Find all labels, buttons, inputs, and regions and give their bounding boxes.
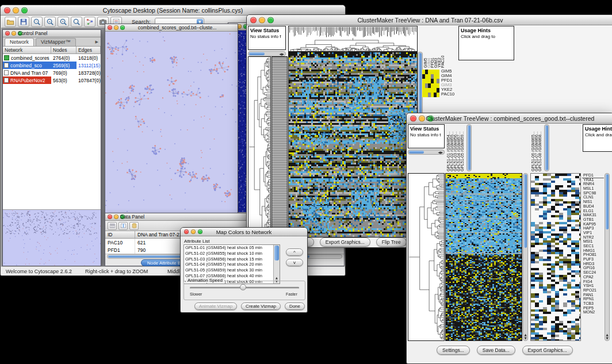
scroll-arrows[interactable]: ▲▼ — [605, 333, 609, 340]
attribute-item[interactable]: GPL51-04 (GSM857) heat shock 20 min — [184, 262, 273, 267]
gene-label[interactable]: PAN1 — [582, 293, 604, 297]
tab-overflow-icon[interactable]: ▶ — [95, 40, 98, 46]
done-button[interactable]: Done — [285, 302, 305, 310]
gene-label[interactable]: SEC24 — [582, 270, 604, 275]
treeview-titlebar[interactable]: ClusterMaker TreeView : DNA and Tran 07-… — [247, 15, 612, 25]
move-up-button[interactable]: ^ — [286, 248, 303, 256]
close-icon[interactable] — [108, 214, 112, 219]
network-list-row[interactable]: combined_sco2569(6)13112(15) — [3, 62, 101, 69]
gene-dendrogram-panel[interactable] — [408, 173, 445, 341]
zoom-in-icon[interactable]: + — [44, 17, 56, 27]
network-view-icon[interactable] — [84, 17, 95, 27]
scrollbar-thumb[interactable] — [409, 151, 424, 154]
network-view-titlebar[interactable]: combined_scores_good.txt--cluste... — [105, 24, 238, 32]
zoom-selected-icon[interactable]: ▪ — [58, 17, 69, 27]
minimize-icon[interactable] — [114, 214, 118, 219]
attribute-item[interactable]: GPL51-03 (GSM856) heat shock 15 min — [184, 256, 273, 262]
database-icon[interactable] — [129, 222, 139, 230]
gene-label[interactable]: HAP3 — [582, 226, 604, 231]
gene-label[interactable]: YRA1 — [582, 178, 604, 182]
select-columns-icon[interactable] — [118, 222, 128, 230]
gene-label[interactable]: PEP5 — [582, 306, 604, 311]
scrollbar-thumb[interactable] — [249, 52, 265, 55]
network-list-row[interactable]: DNA and Tran 07769(0)183728(0) — [3, 69, 101, 76]
save-icon[interactable] — [18, 17, 29, 27]
gene-label[interactable]: SEC1 — [582, 244, 604, 248]
export-graphics-button[interactable]: Export Graphics... — [522, 346, 573, 355]
tree-hscrollbar[interactable]: ◀▶ — [248, 51, 286, 56]
network-graph-canvas[interactable] — [105, 32, 238, 214]
gene-label[interactable]: CLN1 — [582, 195, 604, 200]
settings-button[interactable]: Settings... — [437, 346, 470, 355]
column-header-id[interactable]: ID — [105, 231, 135, 238]
close-icon[interactable] — [4, 7, 10, 13]
scrollbar-thumb[interactable] — [274, 246, 279, 260]
attribute-item[interactable]: GPL51-01 (GSM854) heat shock 05 min — [184, 245, 273, 251]
scrollbar-thumb[interactable] — [419, 53, 422, 116]
correlation-matrix[interactable] — [422, 70, 439, 97]
label-vscrollbar[interactable] — [466, 124, 472, 171]
scrollbar-thumb[interactable] — [606, 174, 609, 229]
gene-label[interactable]: HRD3 — [582, 262, 604, 266]
scroll-arrows[interactable]: ▲▼ — [523, 333, 527, 340]
zoom-fit-icon[interactable] — [71, 17, 82, 27]
label-vscrollbar[interactable] — [544, 124, 549, 171]
move-down-button[interactable]: v — [286, 259, 303, 266]
zoom-out-icon[interactable]: − — [31, 17, 43, 27]
network-overview-panel[interactable] — [3, 209, 101, 266]
scroll-arrows[interactable]: ◀▶ — [438, 150, 443, 154]
scrollbar-thumb[interactable] — [468, 125, 471, 170]
network-list-row[interactable]: combined_scores2764(0)16218(0) — [3, 54, 101, 62]
gene-label[interactable]: MSL1 — [582, 186, 604, 191]
gene-label[interactable]: MSI1 — [582, 239, 604, 244]
gene-label[interactable]: NIS1 — [582, 200, 604, 204]
tree-hscrollbar[interactable]: ◀▶ — [408, 150, 445, 155]
gene-label[interactable]: GTB1 — [582, 217, 604, 222]
column-dendrogram-panel[interactable] — [288, 26, 418, 52]
gene-label[interactable]: RPN1 — [582, 297, 604, 301]
heatmap-panel[interactable] — [445, 173, 522, 341]
network-list-row[interactable]: RNAPuberNov2563(0)107847(0) — [3, 76, 101, 84]
close-icon[interactable] — [184, 229, 189, 234]
gene-label[interactable]: TCB3 — [582, 301, 604, 306]
gene-label[interactable]: NTR2 — [582, 235, 604, 240]
tab-network[interactable]: Network — [5, 38, 34, 46]
gene-label[interactable]: FIG4 — [582, 279, 604, 284]
minimize-icon[interactable] — [114, 25, 118, 30]
flip-tree-button[interactable]: Flip Tree — [376, 237, 407, 247]
treeview-titlebar[interactable]: ClusterMaker TreeView : combined_scores_… — [407, 113, 612, 124]
scrollbar-thumb[interactable] — [545, 125, 548, 170]
scroll-arrows[interactable]: ◀▶ — [280, 52, 284, 56]
close-icon[interactable] — [410, 115, 416, 121]
save-data-button[interactable]: Save Data... — [477, 346, 515, 355]
header-edges[interactable]: Edges — [76, 47, 101, 53]
export-graphics-button[interactable]: Export Graphics... — [320, 237, 370, 247]
gene-label[interactable]: HMG1 — [582, 248, 604, 253]
tab-vizmapper[interactable]: VizMapper™ — [36, 38, 76, 46]
gene-label[interactable]: SPC98 — [582, 191, 604, 196]
gene-label[interactable]: PFD1 — [582, 173, 604, 178]
header-network[interactable]: Network — [3, 47, 51, 53]
gene-label[interactable]: GPI16 — [582, 266, 604, 270]
gene-label[interactable]: BUD4 — [582, 204, 604, 209]
gene-label[interactable]: CPA2 — [582, 275, 604, 279]
attribute-item[interactable]: GPL51-02 (GSM855) heat shock 10 min — [184, 251, 273, 256]
listbox-scrollbar[interactable]: ▲▼ — [273, 245, 280, 283]
control-panel-titlebar[interactable]: Control Panel — [3, 30, 101, 37]
gene-label[interactable]: RPO21 — [582, 288, 604, 293]
dialog-titlebar[interactable]: Map Colors to Network — [181, 228, 307, 236]
gene-label[interactable]: ELG1 — [582, 209, 604, 213]
gene-dendrogram-panel[interactable] — [248, 56, 271, 237]
open-folder-icon[interactable] — [5, 17, 16, 27]
network-overview-canvas[interactable] — [3, 210, 101, 266]
gene-label[interactable]: MAK31 — [582, 213, 604, 217]
attribute-item[interactable]: GPL51-05 (GSM859) heat shock 30 min — [184, 267, 273, 273]
scrollbar-thumb[interactable] — [524, 174, 527, 248]
header-nodes[interactable]: Nodes — [51, 47, 76, 53]
gene-label[interactable]: KAP95 — [582, 222, 604, 227]
gene-name-strip[interactable] — [271, 56, 288, 237]
gene-label[interactable]: PHO81 — [582, 252, 604, 257]
secondary-heatmap-panel[interactable] — [530, 173, 581, 341]
gene-label[interactable]: VIP1 — [582, 231, 604, 235]
gene-label[interactable]: YSH1 — [582, 283, 604, 288]
